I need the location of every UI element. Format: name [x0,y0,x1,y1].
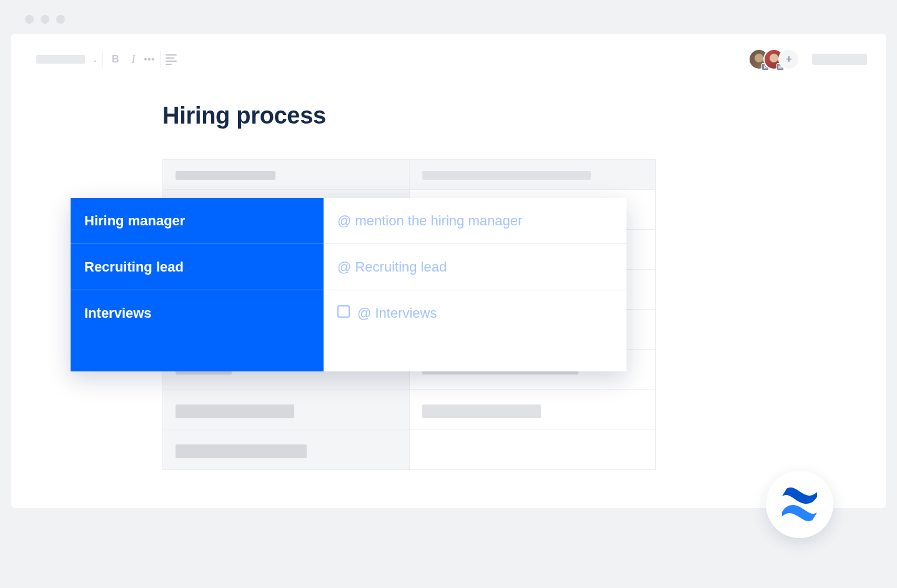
mention-placeholder: @ mention the hiring manager [337,213,522,229]
app-window: ⌄ B I ••• R [11,34,886,508]
overlay-mention-table: Hiring manager Recruiting lead Interview… [71,198,627,371]
toolbar-right-group: R M + [748,49,867,70]
toolbar-left-group: ⌄ B I ••• [36,51,177,67]
toolbar-divider [102,51,103,67]
confluence-logo-badge [766,471,833,538]
table-header-cell [410,160,656,189]
collaborator-avatars: R M + [748,49,800,70]
table-row [163,390,655,429]
add-collaborator-button[interactable]: + [778,49,800,70]
table-cell [163,390,410,429]
table-row [163,429,655,469]
confluence-logo-icon [780,486,819,522]
checkbox-icon[interactable] [337,305,350,318]
more-formatting-button[interactable]: ••• [144,54,156,64]
browser-frame: ⌄ B I ••• R [0,0,897,588]
overlay-labels-column: Hiring manager Recruiting lead Interview… [71,198,324,371]
bold-button[interactable]: B [108,52,123,66]
label-text: Interviews [84,305,152,321]
overlay-value-hiring-manager[interactable]: @ mention the hiring manager [324,198,627,244]
overlay-value-interviews[interactable]: @ Interviews [324,290,627,371]
mention-placeholder: @ Recruiting lead [337,259,447,275]
label-text: Recruiting lead [84,259,184,275]
label-text: Hiring manager [84,213,185,229]
window-maximize-dot[interactable] [56,15,65,24]
table-header-row [163,160,655,190]
overlay-label-interviews[interactable]: Interviews [71,290,324,371]
page-title[interactable]: Hiring process [162,102,886,129]
overlay-values-column: @ mention the hiring manager @ Recruitin… [324,198,627,371]
window-close-dot[interactable] [25,15,34,24]
table-header-cell [163,160,410,189]
editor-toolbar: ⌄ B I ••• R [11,34,886,71]
table-cell [163,429,410,469]
table-cell [410,390,656,429]
overlay-label-hiring-manager[interactable]: Hiring manager [71,198,324,244]
align-left-icon[interactable] [166,54,177,65]
mention-placeholder: @ Interviews [357,305,437,321]
chevron-down-icon[interactable]: ⌄ [92,56,97,63]
window-minimize-dot[interactable] [41,15,49,24]
text-style-dropdown[interactable] [36,55,85,64]
toolbar-divider [160,51,161,67]
overlay-label-recruiting-lead[interactable]: Recruiting lead [71,244,324,290]
italic-button[interactable]: I [128,52,139,67]
window-controls [11,12,886,34]
table-cell [410,429,656,469]
overlay-value-recruiting-lead[interactable]: @ Recruiting lead [324,244,627,290]
share-button-placeholder[interactable] [812,54,867,65]
